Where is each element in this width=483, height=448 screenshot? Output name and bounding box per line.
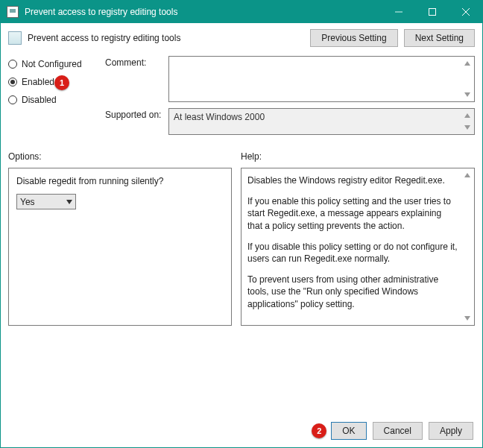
- svg-marker-10: [464, 316, 470, 321]
- options-section-label: Options:: [8, 151, 232, 162]
- help-box: Disables the Windows registry editor Reg…: [241, 168, 475, 326]
- chevron-down-icon: [66, 200, 72, 204]
- radio-label: Disabled: [22, 95, 57, 105]
- svg-marker-9: [464, 173, 470, 177]
- radio-label: Enabled: [22, 77, 54, 87]
- scroll-up-icon[interactable]: [461, 57, 473, 69]
- cancel-button[interactable]: Cancel: [373, 422, 423, 440]
- scroll-down-icon[interactable]: [461, 122, 473, 133]
- state-radios: Not Configured Enabled 1 Disabled: [8, 56, 105, 141]
- window-icon: [7, 6, 19, 18]
- next-setting-button[interactable]: Next Setting: [404, 29, 475, 47]
- minimize-button[interactable]: [382, 1, 415, 23]
- supported-value: At least Windows 2000: [174, 112, 265, 122]
- apply-button[interactable]: Apply: [429, 422, 473, 440]
- scroll-up-icon[interactable]: [461, 169, 473, 181]
- dialog-footer: 2 OK Cancel Apply: [312, 422, 473, 440]
- options-box: Disable regedit from running silently? Y…: [8, 168, 232, 326]
- annotation-badge-1: 1: [54, 75, 69, 90]
- radio-not-configured[interactable]: Not Configured: [8, 59, 105, 69]
- scrollbar[interactable]: [461, 57, 473, 101]
- help-paragraph: If you disable this policy setting or do…: [247, 241, 458, 265]
- radio-label: Not Configured: [22, 59, 82, 69]
- radio-enabled[interactable]: Enabled 1: [8, 77, 105, 87]
- help-paragraph: To prevent users from using other admini…: [247, 274, 458, 310]
- policy-icon: [8, 31, 22, 45]
- annotation-badge-2: 2: [312, 423, 326, 438]
- client-area: Prevent access to registry editing tools…: [1, 23, 482, 447]
- svg-marker-4: [464, 61, 470, 66]
- radio-dot-icon: [8, 95, 17, 104]
- close-button[interactable]: [449, 1, 482, 23]
- scroll-up-icon[interactable]: [461, 110, 473, 122]
- ok-button[interactable]: OK: [331, 422, 366, 440]
- supported-textbox: At least Windows 2000: [168, 108, 475, 135]
- comment-textarea[interactable]: [168, 56, 475, 102]
- svg-marker-6: [464, 113, 470, 118]
- svg-marker-7: [464, 125, 470, 130]
- options-question: Disable regedit from running silently?: [16, 176, 224, 186]
- scroll-down-icon[interactable]: [461, 89, 473, 101]
- scrollbar[interactable]: [461, 110, 473, 133]
- help-paragraph: If you enable this policy setting and th…: [247, 195, 458, 232]
- svg-marker-8: [66, 200, 72, 204]
- dropdown-value: Yes: [20, 197, 35, 207]
- help-section-label: Help:: [241, 151, 475, 162]
- radio-dot-icon: [8, 78, 17, 86]
- supported-label: Supported on:: [105, 108, 168, 135]
- radio-dot-icon: [8, 60, 17, 69]
- titlebar: Prevent access to registry editing tools: [1, 1, 482, 23]
- scroll-down-icon[interactable]: [461, 312, 473, 324]
- svg-rect-1: [429, 9, 435, 16]
- svg-marker-5: [464, 92, 470, 97]
- options-dropdown[interactable]: Yes: [16, 194, 76, 209]
- comment-label: Comment:: [105, 56, 168, 102]
- help-paragraph: Disables the Windows registry editor Reg…: [247, 174, 458, 186]
- radio-disabled[interactable]: Disabled: [8, 95, 105, 105]
- window-title: Prevent access to registry editing tools: [25, 7, 382, 17]
- policy-title: Prevent access to registry editing tools: [28, 33, 310, 43]
- previous-setting-button[interactable]: Previous Setting: [310, 29, 397, 47]
- scrollbar[interactable]: [461, 169, 473, 324]
- policy-window: Prevent access to registry editing tools…: [0, 0, 483, 448]
- maximize-button[interactable]: [415, 1, 449, 23]
